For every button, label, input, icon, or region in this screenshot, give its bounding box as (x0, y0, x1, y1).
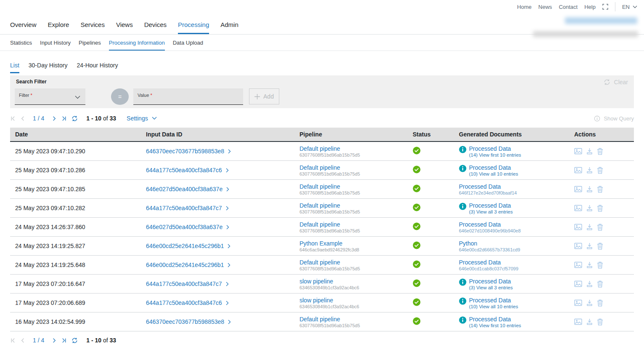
generated-doc-sub[interactable]: (3) View all 3 entries (469, 285, 513, 290)
pipeline-link[interactable]: Default pipeline (299, 164, 408, 171)
delete-icon[interactable] (597, 167, 603, 174)
delete-icon[interactable] (597, 148, 603, 155)
refresh-icon[interactable] (72, 337, 78, 344)
add-filter-button[interactable]: Add (249, 88, 279, 104)
topbar-link-contact[interactable]: Contact (559, 4, 578, 10)
generated-doc-link[interactable]: Processed Data (469, 316, 521, 323)
input-data-id-link[interactable]: 644a177c50ea400cf3a847c6 (146, 299, 229, 306)
topbar-link-news[interactable]: News (538, 4, 552, 10)
nav-admin[interactable]: Admin (220, 21, 239, 34)
image-icon[interactable] (574, 243, 582, 249)
doc-info-icon[interactable] (459, 278, 466, 286)
show-query-button[interactable]: Show Query (594, 115, 634, 122)
input-data-id-link[interactable]: 646370eec703677b598853e8 (146, 148, 231, 155)
tab-24-hour-history[interactable]: 24-Hour History (77, 62, 118, 73)
pipeline-link[interactable]: Python Example (299, 240, 408, 247)
pipeline-link[interactable]: Default pipeline (299, 202, 408, 209)
download-icon[interactable] (586, 186, 593, 192)
delete-icon[interactable] (597, 299, 603, 307)
pipeline-link[interactable]: Default pipeline (299, 221, 408, 228)
fullscreen-icon[interactable] (602, 4, 608, 10)
generated-doc-sub[interactable]: (10) View all 10 entries (469, 304, 518, 309)
generated-doc-sub[interactable]: (10) View all 10 entries (469, 171, 518, 176)
input-data-id-link[interactable]: 646e027d50ea400cf38a637e (146, 186, 229, 192)
topbar-link-home[interactable]: Home (517, 4, 532, 10)
input-data-id-link[interactable]: 644a177c50ea400cf3a847c7 (146, 280, 229, 287)
clear-filter-button[interactable]: Clear (604, 79, 628, 85)
delete-icon[interactable] (597, 186, 603, 193)
delete-icon[interactable] (597, 205, 603, 212)
pipeline-link[interactable]: slow pipeline (299, 278, 408, 285)
doc-info-icon[interactable] (459, 165, 466, 172)
generated-doc-link[interactable]: Processed Data (459, 183, 517, 190)
subnav-input-history[interactable]: Input History (40, 40, 71, 51)
generated-doc-sub[interactable]: (14) View first 10 entries (469, 323, 521, 328)
image-icon[interactable] (574, 280, 582, 287)
last-page-icon[interactable] (61, 116, 67, 121)
generated-doc-sub[interactable]: 646f127e2e34ed70f0baaf14 (459, 190, 517, 195)
image-icon[interactable] (574, 148, 582, 155)
download-icon[interactable] (586, 205, 593, 211)
download-icon[interactable] (586, 262, 593, 268)
nav-processing[interactable]: Processing (178, 21, 209, 34)
generated-doc-link[interactable]: Processed Data (459, 259, 518, 266)
nav-explore[interactable]: Explore (48, 21, 69, 34)
input-data-id-link[interactable]: 646e00cd25e2641e45c296b1 (146, 262, 231, 268)
subnav-statistics[interactable]: Statistics (10, 40, 32, 51)
first-page-icon[interactable] (10, 338, 16, 343)
previous-page-icon[interactable] (20, 116, 26, 121)
nav-overview[interactable]: Overview (10, 21, 37, 34)
download-icon[interactable] (586, 224, 593, 230)
subnav-pipelines[interactable]: Pipelines (79, 40, 101, 51)
generated-doc-link[interactable]: Processed Data (469, 145, 521, 152)
nav-services[interactable]: Services (80, 21, 105, 34)
pipeline-link[interactable]: Default pipeline (299, 259, 408, 266)
delete-icon[interactable] (597, 280, 603, 288)
download-icon[interactable] (586, 280, 593, 287)
subnav-processing-information[interactable]: Processing Information (109, 40, 165, 51)
input-data-id-link[interactable]: 644a177c50ea400cf3a847c7 (146, 205, 229, 211)
generated-doc-link[interactable]: Processed Data (469, 202, 513, 209)
nav-views[interactable]: Views (116, 21, 133, 34)
generated-doc-sub[interactable]: (14) View first 10 entries (469, 152, 521, 157)
doc-info-icon[interactable] (459, 146, 466, 153)
pipeline-link[interactable]: slow pipeline (299, 297, 408, 304)
next-page-icon[interactable] (51, 338, 57, 343)
delete-icon[interactable] (597, 224, 603, 231)
download-icon[interactable] (586, 299, 593, 306)
doc-info-icon[interactable] (459, 203, 466, 210)
generated-doc-link[interactable]: Python (459, 240, 520, 247)
tab-list[interactable]: List (10, 62, 19, 73)
settings-button[interactable]: Settings (127, 115, 157, 122)
pipeline-link[interactable]: Default pipeline (299, 316, 408, 323)
image-icon[interactable] (574, 224, 582, 230)
image-icon[interactable] (574, 318, 582, 325)
generated-doc-sub[interactable]: 646e00cd2d66657b73361cd9 (459, 247, 520, 252)
input-data-id-link[interactable]: 644a177c50ea400cf3a847c6 (146, 167, 229, 173)
image-icon[interactable] (574, 186, 582, 192)
download-icon[interactable] (586, 148, 593, 155)
download-icon[interactable] (586, 243, 593, 249)
pipeline-link[interactable]: Default pipeline (299, 145, 408, 152)
generated-doc-link[interactable]: Processed Data (469, 297, 518, 304)
generated-doc-link[interactable]: Processed Data (459, 221, 521, 228)
download-icon[interactable] (586, 318, 593, 325)
pipeline-link[interactable]: Default pipeline (299, 183, 408, 190)
refresh-icon[interactable] (72, 115, 78, 122)
generated-doc-link[interactable]: Processed Data (469, 278, 513, 285)
filter-select[interactable]: Filter * (15, 88, 85, 105)
topbar-link-help[interactable]: Help (584, 4, 596, 10)
first-page-icon[interactable] (10, 116, 16, 121)
subnav-data-upload[interactable]: Data Upload (173, 40, 203, 51)
value-input[interactable]: Value * (133, 88, 243, 105)
generated-doc-link[interactable]: Processed Data (469, 164, 518, 171)
nav-devices[interactable]: Devices (144, 21, 167, 34)
generated-doc-sub[interactable]: (3) View all 3 entries (469, 209, 513, 214)
next-page-icon[interactable] (51, 116, 57, 121)
tab-30-day-history[interactable]: 30-Day History (29, 62, 68, 73)
input-data-id-link[interactable]: 646370eec703677b598853e8 (146, 318, 231, 325)
generated-doc-sub[interactable]: 646e027d1008490e96b940e8 (459, 228, 521, 233)
doc-info-icon[interactable] (459, 297, 466, 305)
delete-icon[interactable] (597, 262, 603, 269)
input-data-id-link[interactable]: 646e027d50ea400cf38a637e (146, 224, 229, 230)
